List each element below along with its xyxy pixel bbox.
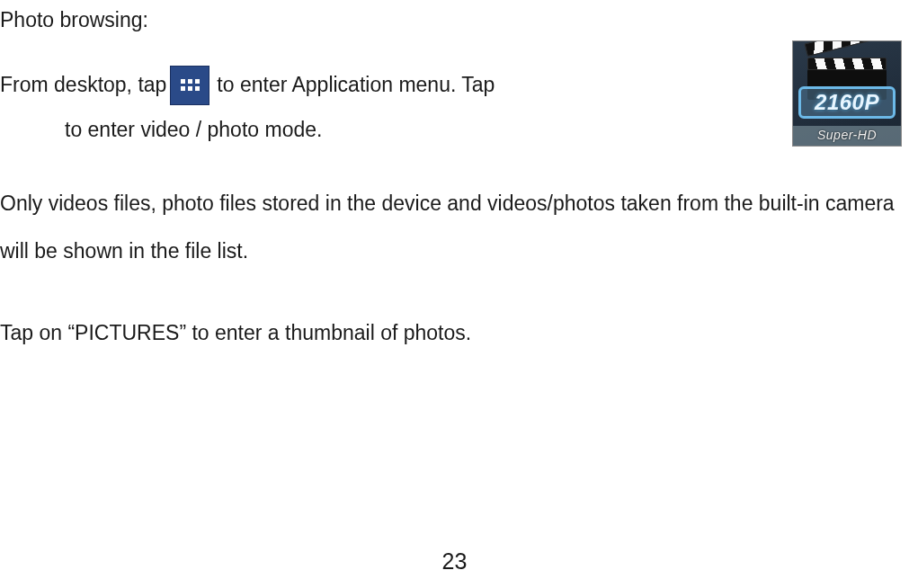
- instruction-line-2: to enter video / photo mode.: [0, 114, 909, 147]
- paragraph-pictures: Tap on “PICTURES” to enter a thumbnail o…: [0, 309, 909, 357]
- page-number: 23: [0, 544, 909, 579]
- section-heading: Photo browsing:: [0, 4, 909, 37]
- text-before-icon: From desktop, tap: [0, 69, 166, 102]
- document-page: 2160P Super-HD Photo browsing: From desk…: [0, 4, 909, 588]
- text-after-icon: to enter Application menu. Tap: [217, 69, 495, 102]
- super-hd-label: Super-HD: [793, 126, 901, 146]
- paragraph-file-list: Only videos files, photo files stored in…: [0, 180, 909, 275]
- grid-dots-icon: [181, 79, 200, 91]
- instruction-line-1: From desktop, tap to enter Application m…: [0, 66, 909, 105]
- app-menu-icon: [170, 66, 209, 105]
